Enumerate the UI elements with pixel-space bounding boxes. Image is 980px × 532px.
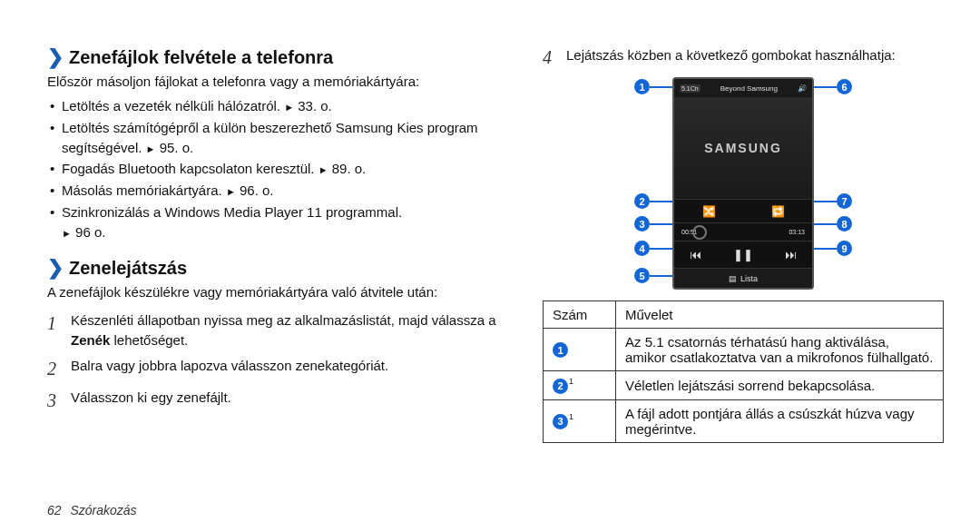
bullet-list: Letöltés a vezeték nélküli hálózatról. ►… [47,96,510,241]
heading-playback: ❯ Zenelejátszás [47,258,510,279]
heading-text: Zenefájlok felvétele a telefonra [69,47,333,68]
prev-icon: ⏮ [690,248,701,261]
table-row: 1 Az 5.1 csatornás térhatású hang aktivá… [544,329,944,371]
callout-9: 9 [837,241,852,256]
callout-5: 5 [634,268,650,283]
list-icon: ▤ [729,274,737,283]
callout-2: 2 [634,193,650,209]
step-text: Balra vagy jobbra lapozva válasszon zene… [71,356,388,376]
callout-line [814,201,837,202]
ref-triangle-icon: ► [146,143,156,154]
ref-triangle-icon: ► [62,228,72,239]
step-item: 3 Válasszon ki egy zenefájlt. [47,388,510,414]
section-name: Szórakozás [70,503,136,517]
step-number: 4 [543,47,559,68]
lista-label: Lista [740,274,758,283]
ref-triangle-icon: ► [318,164,328,175]
shuffle-icon: 🔀 [702,205,716,218]
scrub-handle-icon [692,225,707,240]
ref-triangle-icon: ► [226,186,236,197]
row-desc: A fájl adott pontjára állás a csúszkát h… [616,399,944,442]
table-header-num: Szám [544,301,616,329]
callout-line [814,86,837,88]
callout-line [650,248,672,250]
operations-table: Szám Művelet 1 Az 5.1 csatornás térhatás… [543,300,944,443]
callout-line [650,86,672,88]
footnote-ref: 1 [569,377,573,386]
callout-line [814,223,837,225]
next-icon: ⏭ [785,248,797,261]
page-number: 62 [47,503,62,517]
step-number: 2 [47,356,64,382]
step-list: 1 Készenléti állapotban nyissa meg az al… [47,310,510,414]
table-header-op: Művelet [616,301,944,329]
row-num-badge: 3 [553,414,568,429]
list-item: Letöltés a vezeték nélküli hálózatról. ►… [47,96,510,116]
page-footer: 62 Szórakozás [47,503,137,517]
step-text: Lejátszás közben a következő gombokat ha… [566,47,896,63]
callout-3: 3 [634,216,650,232]
intro-text: A zenefájlok készülékre vagy memóriakárt… [47,282,510,301]
step-4-line: 4 Lejátszás közben a következő gombokat … [543,47,944,68]
row-num-badge: 1 [553,342,568,358]
album-art-brand: SAMSUNG [704,141,782,155]
step-item: 1 Készenléti állapotban nyissa meg az al… [47,310,510,350]
footnote-ref: 1 [569,412,573,421]
surround-chip: 5.1Ch [680,84,701,93]
callout-line [650,223,672,225]
step-text: Válasszon ki egy zenefájlt. [71,388,231,408]
time-total: 03:13 [789,229,805,235]
vol-icon: 🔊 [798,84,807,93]
intro-text: Először másoljon fájlokat a telefonra va… [47,72,510,91]
row-desc: Véletlen lejátszási sorrend bekapcsolása… [616,371,944,400]
ref-triangle-icon: ► [284,102,294,113]
callout-line [814,248,837,250]
pause-icon: ❚❚ [733,248,753,261]
right-column: 4 Lejátszás közben a következő gombokat … [543,47,944,443]
chevron-icon: ❯ [47,47,64,67]
callout-6: 6 [837,79,852,94]
step-number: 3 [47,388,64,414]
callout-line [650,275,672,277]
callout-1: 1 [634,79,650,94]
step-text: Készenléti állapotban nyissa meg az alka… [71,310,510,350]
callout-7: 7 [837,193,852,209]
chevron-icon: ❯ [47,258,64,278]
list-item: Szinkronizálás a Windows Media Player 11… [47,202,510,242]
left-column: ❯ Zenefájlok felvétele a telefonra Elősz… [47,47,510,443]
table-row: 21 Véletlen lejátszási sorrend bekapcsol… [544,371,944,400]
phone-screen: 5.1Ch Beyond Samsung 🔊 SAMSUNG 🔀 🔁 00:51 [672,77,814,290]
row-desc: Az 5.1 csatornás térhatású hang aktiválá… [616,329,944,371]
track-title: Beyond Samsung [720,84,778,93]
list-item: Letöltés számítógépről a külön beszerezh… [47,118,510,158]
row-num-badge: 2 [553,379,568,394]
callout-8: 8 [837,216,852,232]
callout-line [650,201,672,202]
heading-add-music: ❯ Zenefájlok felvétele a telefonra [47,47,510,68]
phone-diagram: 5.1Ch Beyond Samsung 🔊 SAMSUNG 🔀 🔁 00:51 [672,77,814,290]
step-item: 2 Balra vagy jobbra lapozva válasszon ze… [47,356,510,382]
step-number: 1 [47,310,64,337]
heading-text: Zenelejátszás [69,258,187,279]
list-item: Másolás memóriakártyára. ► 96. o. [47,181,510,201]
table-row: 31 A fájl adott pontjára állás a csúszká… [544,399,944,442]
callout-4: 4 [634,241,650,256]
list-item: Fogadás Bluetooth kapcsolaton keresztül.… [47,159,510,179]
repeat-icon: 🔁 [771,205,785,218]
